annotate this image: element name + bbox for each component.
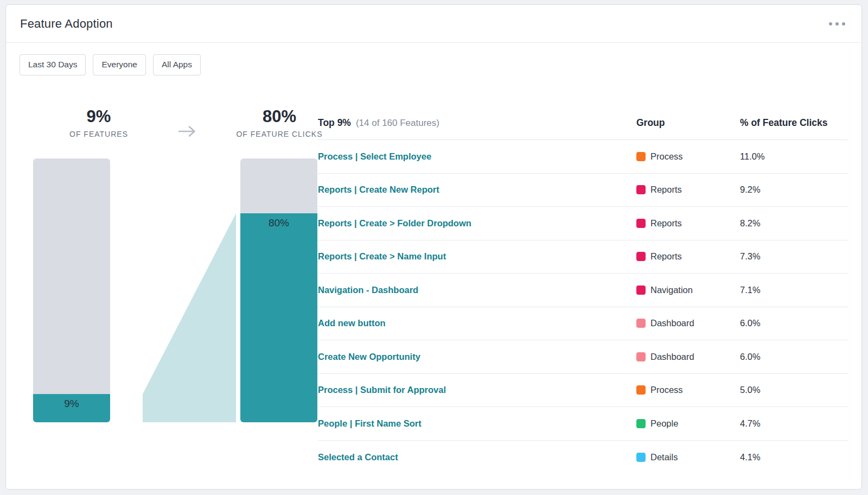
clicks-bar-fill: 80% [240, 213, 317, 422]
feature-link[interactable]: Reports | Create > Folder Dropdown [318, 218, 471, 229]
ellipsis-icon [835, 22, 839, 26]
feature-adoption-funnel-chart: 9% OF FEATURES 80% OF FEATURE CLICKS 9% … [33, 103, 323, 424]
group-label: Details [650, 452, 678, 462]
group-color-swatch-icon [636, 419, 646, 428]
table-row: Add new button Dashboard 6.0% [318, 307, 848, 341]
group-color-swatch-icon [636, 185, 646, 194]
features-percent-caption: OF FEATURES [33, 130, 164, 138]
group-label: Dashboard [650, 352, 694, 362]
clicks-bar: 80% [240, 158, 317, 422]
clicks-percent: 4.7% [740, 418, 761, 429]
clicks-percent: 9.2% [740, 185, 761, 195]
feature-link[interactable]: Navigation - Dashboard [318, 285, 418, 295]
group-color-swatch-icon [636, 152, 646, 161]
table-row: Create New Opportunity Dashboard 6.0% [318, 340, 848, 374]
filter-bar: Last 30 Days Everyone All Apps [6, 43, 861, 75]
ellipsis-icon [829, 22, 832, 26]
group-label: Navigation [650, 285, 693, 295]
ellipsis-icon [842, 22, 845, 26]
features-bar: 9% [33, 158, 110, 422]
arrow-right-icon [175, 124, 199, 141]
features-bar-label: 9% [33, 394, 110, 410]
group-color-swatch-icon [636, 252, 646, 261]
features-bar-fill: 9% [33, 394, 110, 422]
group-label: Process [650, 385, 683, 395]
group-color-swatch-icon [636, 385, 646, 395]
table-header-feature-count: (14 of 160 Features) [356, 118, 439, 129]
features-percent-value: 9% [33, 107, 164, 126]
clicks-percent: 11.0% [740, 151, 765, 162]
clicks-percent: 6.0% [740, 318, 761, 328]
feature-link[interactable]: Add new button [318, 318, 386, 328]
table-row: Process | Submit for Approval Process 5.… [318, 374, 848, 408]
table-header-clicks: % of Feature Clicks [740, 117, 827, 129]
group-label: People [650, 418, 678, 429]
group-label: Reports [650, 185, 682, 195]
table-row: People | First Name Sort People 4.7% [318, 407, 848, 441]
table-row: Reports | Create > Folder Dropdown Repor… [318, 207, 848, 240]
clicks-percent: 7.3% [740, 251, 761, 262]
table-row: Reports | Create New Report Reports 9.2% [318, 174, 848, 207]
table-row: Selected a Contact Details 4.1% [318, 441, 848, 474]
table-header-row: Top 9% (14 of 160 Features) Group % of F… [318, 106, 848, 140]
clicks-percent: 5.0% [740, 385, 761, 395]
group-label: Reports [650, 251, 682, 262]
table-row: Reports | Create > Name Input Reports 7.… [318, 240, 848, 274]
apps-filter-button[interactable]: All Apps [153, 54, 201, 75]
group-label: Process [650, 151, 683, 162]
feature-link[interactable]: Create New Opportunity [318, 352, 420, 362]
feature-link[interactable]: Process | Select Employee [318, 151, 431, 162]
feature-link[interactable]: Reports | Create New Report [318, 185, 439, 195]
feature-link[interactable]: Process | Submit for Approval [318, 385, 446, 395]
table-row: Process | Select Employee Process 11.0% [318, 140, 848, 174]
group-label: Reports [650, 218, 682, 229]
segment-filter-button[interactable]: Everyone [93, 54, 145, 75]
group-label: Dashboard [650, 318, 694, 328]
features-stage-heading: 9% OF FEATURES [33, 107, 164, 138]
feature-link[interactable]: People | First Name Sort [318, 418, 422, 429]
group-color-swatch-icon [636, 285, 646, 295]
feature-link[interactable]: Reports | Create > Name Input [318, 251, 446, 262]
group-color-swatch-icon [636, 219, 646, 228]
clicks-bar-label: 80% [240, 213, 317, 229]
clicks-percent: 4.1% [740, 452, 761, 462]
feature-adoption-card: Feature Adoption Last 30 Days Everyone A… [5, 4, 862, 490]
feature-link[interactable]: Selected a Contact [318, 452, 398, 462]
table-header-top-label: Top 9% [318, 117, 351, 129]
group-color-swatch-icon [636, 319, 646, 328]
funnel-shape [143, 158, 236, 422]
group-color-swatch-icon [636, 352, 646, 361]
group-color-swatch-icon [636, 453, 646, 462]
table-header-group: Group [636, 117, 665, 129]
card-header: Feature Adoption [6, 5, 861, 43]
page-title: Feature Adoption [20, 17, 113, 31]
clicks-percent: 8.2% [740, 218, 761, 229]
table-row: Navigation - Dashboard Navigation 7.1% [318, 274, 848, 307]
card-menu-button[interactable] [827, 18, 847, 30]
time-range-filter-button[interactable]: Last 30 Days [20, 54, 86, 75]
clicks-percent: 7.1% [740, 285, 761, 295]
clicks-percent: 6.0% [740, 352, 761, 362]
top-features-table: Top 9% (14 of 160 Features) Group % of F… [318, 106, 848, 474]
